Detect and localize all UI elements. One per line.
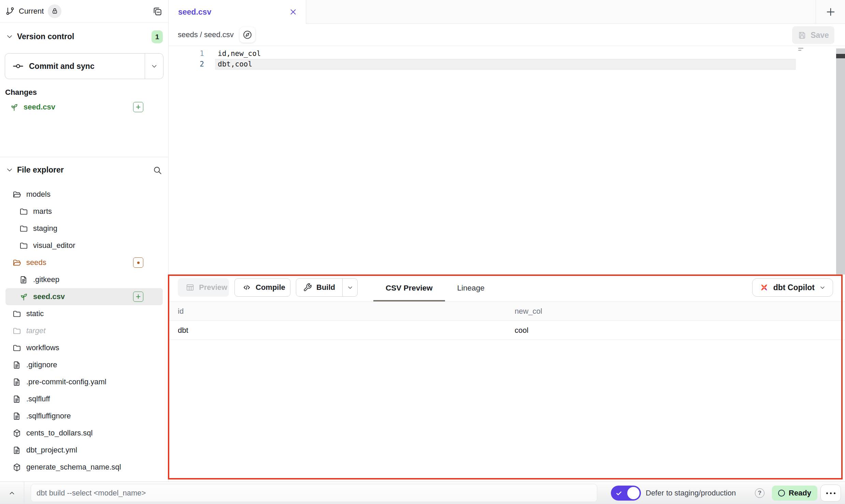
editor-line-2[interactable]: 2dbt,cool bbox=[169, 59, 845, 70]
commit-icon bbox=[13, 61, 24, 72]
folder-open-icon bbox=[12, 190, 22, 199]
file-item-label: dbt_project.yml bbox=[26, 446, 77, 455]
chevron-down-icon bbox=[5, 32, 14, 41]
plus-box-icon[interactable]: + bbox=[133, 102, 143, 112]
file-icon bbox=[12, 412, 22, 421]
folder-icon bbox=[19, 207, 28, 216]
file-item-marts[interactable]: marts bbox=[5, 203, 163, 220]
file-item-seeds[interactable]: seeds bbox=[5, 254, 163, 271]
file-item-staging[interactable]: staging bbox=[5, 220, 163, 237]
save-button[interactable]: Save bbox=[792, 26, 834, 44]
tab-seed-csv[interactable]: seed.csv bbox=[169, 0, 306, 24]
file-item-cents_to_dollars.sql[interactable]: cents_to_dollars.sql bbox=[5, 425, 163, 442]
copilot-label: dbt Copilot bbox=[773, 283, 815, 292]
more-options-button[interactable] bbox=[820, 485, 841, 502]
file-item-label: seed.csv bbox=[33, 292, 65, 301]
line-content: dbt,cool bbox=[218, 60, 252, 68]
file-item-label: workflows bbox=[26, 343, 59, 352]
commit-options-caret[interactable] bbox=[145, 54, 163, 79]
file-item-static[interactable]: static bbox=[5, 305, 163, 322]
statusbar-divider bbox=[24, 482, 24, 504]
file-item-label: .gitignore bbox=[26, 360, 57, 369]
ide-status-badge[interactable]: Ready bbox=[772, 486, 817, 501]
version-control-header[interactable]: Version control bbox=[0, 27, 74, 46]
cube-icon bbox=[12, 429, 22, 438]
plus-box-icon[interactable]: + bbox=[133, 292, 143, 302]
status-bar: Defer to staging/production ? Ready bbox=[0, 481, 845, 504]
panel-tab-csv-preview[interactable]: CSV Preview bbox=[373, 275, 445, 301]
expand-command-bar-button[interactable] bbox=[0, 482, 24, 504]
file-item-target[interactable]: target bbox=[5, 322, 163, 339]
branch-name: Current bbox=[19, 7, 44, 16]
build-options-caret[interactable] bbox=[342, 279, 357, 296]
file-item-.gitkeep[interactable]: .gitkeep bbox=[5, 271, 163, 288]
file-explorer-title: File explorer bbox=[17, 165, 64, 175]
editor-toolbar: seeds / seed.csv Save bbox=[169, 24, 845, 46]
file-item-label: .pre-commit-config.yaml bbox=[26, 377, 106, 386]
folder-icon bbox=[19, 241, 28, 250]
commit-button-label: Commit and sync bbox=[29, 62, 95, 71]
file-item-label: visual_editor bbox=[33, 241, 75, 250]
changed-file-label: seed.csv bbox=[24, 103, 55, 112]
dot-box-icon[interactable] bbox=[133, 257, 143, 268]
table-row: dbtcool bbox=[169, 321, 845, 340]
help-icon[interactable]: ? bbox=[755, 488, 764, 498]
editor-tabbar: seed.csv bbox=[169, 0, 845, 24]
editor-scrollbar[interactable] bbox=[836, 48, 845, 275]
folder-open-icon bbox=[12, 258, 22, 267]
compile-button[interactable]: Compile bbox=[234, 278, 290, 297]
status-circle-icon bbox=[778, 490, 785, 496]
commit-and-sync-button[interactable]: Commit and sync bbox=[5, 53, 163, 79]
file-item-label: .gitkeep bbox=[33, 275, 59, 284]
file-item-models[interactable]: models bbox=[5, 186, 163, 203]
folder-icon bbox=[19, 224, 28, 233]
changed-file-seed.csv[interactable]: seed.csv+ bbox=[0, 100, 168, 115]
folder-icon bbox=[12, 309, 22, 318]
file-explorer-header[interactable]: File explorer bbox=[0, 160, 64, 179]
table-cell: cool bbox=[515, 326, 845, 335]
file-item-label: marts bbox=[33, 207, 52, 216]
git-branch-icon bbox=[5, 6, 15, 16]
file-icon bbox=[12, 360, 22, 370]
status-label: Ready bbox=[789, 489, 811, 498]
new-tab-button[interactable] bbox=[816, 0, 845, 24]
dbt-ide-window: Current Version control 1 Commit and syn… bbox=[0, 0, 845, 504]
editor-line-1[interactable]: 1id,new_col bbox=[169, 48, 845, 59]
check-icon bbox=[615, 490, 622, 497]
cube-icon bbox=[12, 463, 22, 472]
file-explorer-tree: modelsmartsstagingvisual_editorseeds.git… bbox=[0, 186, 168, 476]
code-editor[interactable]: 1id,new_col2dbt,cool bbox=[169, 46, 845, 275]
duplicate-tab-button[interactable] bbox=[151, 5, 163, 17]
file-search-button[interactable] bbox=[153, 164, 164, 176]
file-item-.sqlfluffignore[interactable]: .sqlfluffignore bbox=[5, 407, 163, 425]
file-item-visual_editor[interactable]: visual_editor bbox=[5, 237, 163, 254]
preview-button[interactable]: Preview bbox=[178, 278, 229, 297]
editor-lines: 1id,new_col2dbt,cool bbox=[169, 48, 845, 70]
lock-icon bbox=[48, 4, 61, 18]
search-icon bbox=[153, 166, 164, 175]
main-area: seed.csv seeds / seed.csv Save 1id,new_c… bbox=[169, 0, 845, 481]
file-item-seed.csv[interactable]: seed.csv+ bbox=[5, 288, 163, 305]
chevron-down-icon bbox=[151, 62, 158, 70]
panel-tab-lineage[interactable]: Lineage bbox=[445, 275, 497, 301]
file-item-.sqlfluff[interactable]: .sqlfluff bbox=[5, 390, 163, 407]
file-item-generate_schema_name.sql[interactable]: generate_schema_name.sql bbox=[5, 459, 163, 476]
build-button[interactable]: Build bbox=[296, 279, 342, 296]
defer-toggle[interactable] bbox=[611, 486, 641, 501]
file-item-label: staging bbox=[33, 224, 57, 233]
breadcrumb: seeds / seed.csv bbox=[178, 24, 234, 46]
file-item-dbt_project.yml[interactable]: dbt_project.yml bbox=[5, 442, 163, 459]
close-icon[interactable] bbox=[289, 8, 298, 16]
command-input[interactable] bbox=[31, 484, 597, 502]
file-icon bbox=[19, 275, 28, 284]
ellipsis-icon bbox=[826, 492, 835, 494]
file-item-.gitignore[interactable]: .gitignore bbox=[5, 356, 163, 373]
file-item-.pre-commit-config.yaml[interactable]: .pre-commit-config.yaml bbox=[5, 373, 163, 390]
build-split-button: Build bbox=[296, 278, 358, 297]
file-item-workflows[interactable]: workflows bbox=[5, 339, 163, 356]
dbt-copilot-button[interactable]: dbt Copilot bbox=[752, 278, 833, 297]
explore-lineage-button[interactable] bbox=[240, 27, 255, 43]
file-item-label: seeds bbox=[26, 258, 46, 267]
tabbar-background bbox=[306, 0, 845, 24]
compass-icon bbox=[242, 30, 253, 40]
